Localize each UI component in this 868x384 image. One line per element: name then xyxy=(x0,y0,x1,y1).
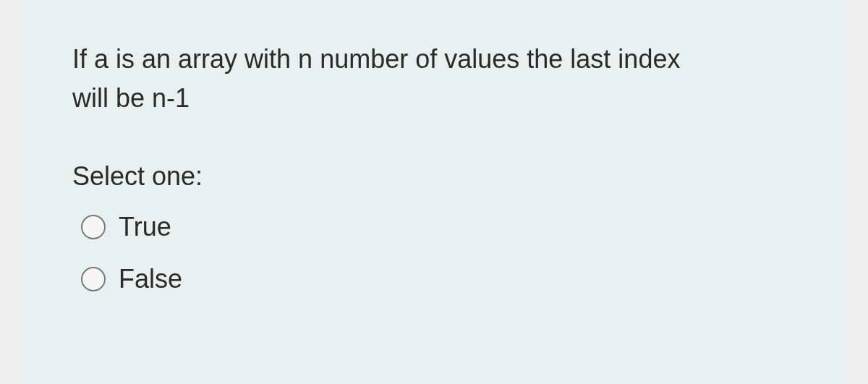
radio-icon xyxy=(81,267,106,291)
question-text: If a is an array with n number of values… xyxy=(72,40,723,118)
option-false[interactable]: False xyxy=(81,264,803,294)
select-prompt: Select one: xyxy=(72,161,803,192)
option-true[interactable]: True xyxy=(81,212,803,242)
radio-icon xyxy=(81,215,106,239)
option-label: True xyxy=(119,212,171,242)
options-group: True False xyxy=(72,212,803,294)
question-card: If a is an array with n number of values… xyxy=(22,0,846,384)
option-label: False xyxy=(119,264,182,294)
